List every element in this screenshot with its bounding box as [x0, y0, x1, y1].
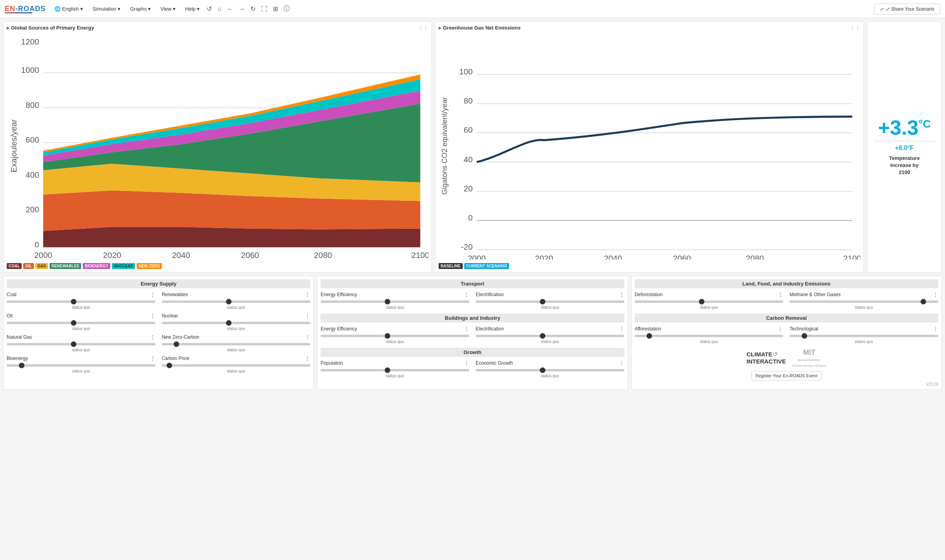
population-menu[interactable]: ⋮	[464, 360, 469, 366]
transport-electrification-menu[interactable]: ⋮	[619, 291, 624, 298]
oil-track[interactable]	[7, 320, 156, 326]
ghg-menu[interactable]: ⋮⋮	[850, 25, 860, 31]
svg-text:600: 600	[26, 135, 39, 144]
bioenergy-track[interactable]	[7, 362, 156, 369]
coal-track[interactable]	[7, 299, 156, 305]
energy-supply-header: Energy Supply	[7, 279, 310, 288]
methane-menu[interactable]: ⋮	[933, 291, 938, 298]
logo[interactable]: EN-ROADS	[5, 5, 46, 13]
nuclear-track[interactable]	[162, 320, 311, 326]
transport-panel: Transport Energy Efficiency ⋮ status quo	[317, 276, 628, 390]
new-zero-track[interactable]	[162, 341, 311, 347]
svg-text:100: 100	[459, 67, 472, 76]
temp-divider	[874, 141, 935, 141]
afforestation-menu[interactable]: ⋮	[778, 326, 783, 332]
new-zero-menu[interactable]: ⋮	[305, 334, 310, 340]
oil-menu[interactable]: ⋮	[150, 313, 156, 319]
carbon-removal-header: Carbon Removal	[635, 313, 938, 323]
legend-current-scenario: CURRENT SCENARIO	[464, 263, 509, 269]
refresh-icon[interactable]: ↻	[249, 4, 257, 13]
nav-simulation[interactable]: Simulation ▾	[89, 4, 124, 13]
slider-deforestation: Deforestation ⋮ status quo	[635, 291, 784, 311]
svg-text:2020: 2020	[535, 254, 553, 260]
slider-nuclear: Nuclear ⋮ status quo	[162, 313, 311, 332]
undo-icon[interactable]: ↺	[205, 4, 213, 13]
technological-track[interactable]	[789, 333, 938, 339]
forward-icon[interactable]: →	[237, 5, 246, 13]
land-header: Land, Food, and Industry Emissions	[635, 279, 938, 288]
ghg-title: Greenhouse Gas Net Emissions	[439, 25, 521, 31]
svg-marker-14	[43, 227, 421, 247]
svg-text:60: 60	[464, 125, 473, 134]
slider-methane: Methane & Other Gases ⋮ status quo	[789, 291, 938, 311]
share-button[interactable]: ⤢ ⤢ Share Your Scenario	[874, 4, 940, 15]
primary-energy-legend: COAL OIL GAS RENEWABLES BIOENERGY NUCLEA…	[7, 263, 428, 269]
info-icon[interactable]: ⓘ	[282, 4, 291, 14]
buildings-industry-header: Buildings and Industry	[321, 313, 624, 323]
svg-text:-20: -20	[461, 242, 473, 251]
charts-row: Global Sources of Primary Energy ⋮⋮ Exaj…	[3, 21, 942, 273]
legend-oil: OIL	[23, 263, 34, 269]
transport-electrification-track[interactable]	[476, 299, 624, 305]
economic-growth-track[interactable]	[476, 367, 624, 373]
nav-view[interactable]: View ▾	[156, 4, 180, 13]
methane-track[interactable]	[789, 299, 938, 305]
carbon-price-menu[interactable]: ⋮	[305, 355, 310, 362]
natural-gas-menu[interactable]: ⋮	[150, 334, 156, 340]
carbon-price-track[interactable]	[162, 362, 311, 369]
growth-grid: Population ⋮ status quo Economic Growt	[321, 360, 624, 380]
buildings-efficiency-track[interactable]	[321, 333, 469, 339]
coal-menu[interactable]: ⋮	[150, 291, 156, 298]
slider-transport-efficiency: Energy Efficiency ⋮ status quo	[321, 291, 469, 311]
primary-energy-menu[interactable]: ⋮⋮	[418, 25, 428, 31]
ghg-header: Greenhouse Gas Net Emissions ⋮⋮	[439, 25, 860, 31]
share-label: ⤢ Share Your Scenario	[886, 6, 934, 12]
nav-graphs[interactable]: Graphs ▾	[126, 4, 155, 13]
svg-text:200: 200	[26, 205, 39, 214]
svg-text:2080: 2080	[314, 250, 332, 260]
climate-interactive-logo: CLIMATE↺INTERACTIVE	[747, 351, 786, 365]
technological-menu[interactable]: ⋮	[933, 326, 938, 332]
temperature-fahrenheit: +6.0°F	[895, 145, 914, 152]
natural-gas-track[interactable]	[7, 341, 156, 347]
grid-icon[interactable]: ⊞	[271, 4, 280, 13]
svg-text:2020: 2020	[103, 250, 121, 260]
svg-text:2100: 2100	[411, 250, 428, 260]
population-track[interactable]	[321, 367, 469, 373]
primary-energy-panel: Global Sources of Primary Energy ⋮⋮ Exaj…	[3, 21, 432, 273]
buildings-electrification-menu[interactable]: ⋮	[619, 326, 624, 332]
transport-efficiency-menu[interactable]: ⋮	[464, 291, 469, 298]
nav-language[interactable]: 🌐 English ▾	[50, 4, 87, 13]
svg-text:1200: 1200	[21, 37, 39, 46]
afforestation-track[interactable]	[635, 333, 784, 339]
buildings-electrification-track[interactable]	[476, 333, 624, 339]
primary-energy-title: Global Sources of Primary Energy	[7, 25, 94, 31]
primary-energy-chart: Exajoules/year 0 200 400 600 800 1000 12…	[7, 32, 428, 260]
land-panel: Land, Food, and Industry Emissions Defor…	[631, 276, 942, 390]
register-button[interactable]: Register Your En-ROADS Event	[751, 371, 822, 380]
legend-nuclear: NUCLEAR	[112, 263, 135, 269]
legend-coal: COAL	[7, 263, 22, 269]
bioenergy-menu[interactable]: ⋮	[150, 355, 156, 362]
economic-growth-menu[interactable]: ⋮	[619, 360, 624, 366]
slider-bioenergy: Bioenergy ⋮ status quo	[7, 355, 156, 375]
renewables-menu[interactable]: ⋮	[305, 291, 310, 298]
expand-icon[interactable]: ⛶	[259, 5, 269, 13]
transport-efficiency-track[interactable]	[321, 299, 469, 305]
home-icon[interactable]: ⌂	[216, 5, 223, 13]
renewables-track[interactable]	[162, 299, 311, 305]
buildings-efficiency-menu[interactable]: ⋮	[464, 326, 469, 332]
slider-technological: Technological ⋮ status quo	[789, 326, 938, 345]
back-icon[interactable]: ←	[225, 5, 235, 13]
nuclear-menu[interactable]: ⋮	[305, 313, 310, 319]
deforestation-menu[interactable]: ⋮	[778, 291, 783, 298]
legend-baseline: BASELINE	[439, 263, 463, 269]
mit-logo: MIT MANAGEMENTSustainability Initiative	[792, 349, 826, 368]
svg-text:2060: 2060	[673, 254, 691, 260]
slider-buildings-electrification: Electrification ⋮ status quo	[476, 326, 624, 345]
nav-help[interactable]: Help ▾	[181, 4, 204, 13]
growth-section: Growth Population ⋮ status quo	[321, 348, 624, 380]
deforestation-track[interactable]	[635, 299, 784, 305]
svg-text:400: 400	[26, 170, 39, 179]
transport-grid: Energy Efficiency ⋮ status quo Electrifi…	[321, 291, 624, 311]
